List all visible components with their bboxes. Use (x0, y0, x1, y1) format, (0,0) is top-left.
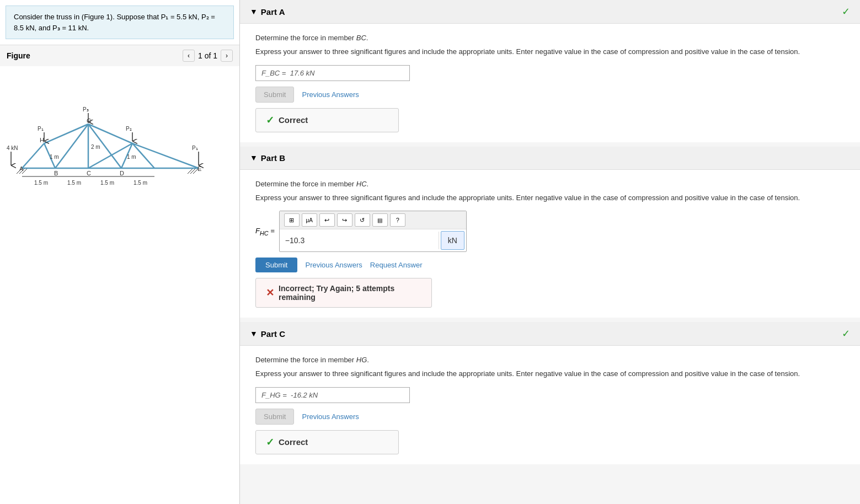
part-c-instructions: Express your answer to three significant… (255, 368, 845, 379)
svg-text:A: A (19, 165, 24, 172)
part-b-submit-row: Submit Previous Answers Request Answer (255, 258, 845, 272)
figure-page: 1 of 1 (198, 51, 217, 60)
next-figure-button[interactable]: › (221, 50, 233, 62)
part-b-determine-label: Determine the force in member HC. (255, 180, 845, 188)
figure-nav: ‹ 1 of 1 › (183, 50, 233, 62)
part-a-correct-label: Correct (279, 115, 308, 125)
part-b-toolbar: ⊞ μA ↩ ↪ ↺ ▤ ? (280, 211, 466, 229)
problem-statement: Consider the truss in (Figure 1). Suppos… (6, 6, 234, 39)
svg-text:1.5 m: 1.5 m (67, 180, 81, 186)
toolbar-btn-refresh[interactable]: ↺ (355, 213, 370, 227)
part-b-input-row: −10.3 kN (280, 229, 466, 251)
part-b-value[interactable]: −10.3 (280, 232, 439, 249)
svg-text:D: D (120, 170, 124, 176)
svg-text:P₃: P₃ (83, 106, 89, 112)
svg-text:G: G (87, 117, 92, 124)
part-a-correct-box: ✓ Correct (255, 108, 399, 132)
part-c-determine-label: Determine the force in member HG. (255, 356, 845, 364)
part-a-input[interactable] (255, 65, 410, 81)
svg-line-4 (188, 168, 193, 174)
svg-text:2 m: 2 m (91, 144, 100, 150)
svg-line-15 (132, 143, 199, 168)
part-a-instructions: Express your answer to three significant… (255, 46, 845, 57)
part-c-correct-label: Correct (279, 437, 308, 447)
part-c-submit-button[interactable]: Submit (255, 409, 294, 425)
toolbar-btn-mu[interactable]: μA (302, 213, 317, 227)
svg-text:E: E (197, 165, 201, 172)
part-a-label: Part A (261, 7, 285, 17)
part-b-unit[interactable]: kN (441, 231, 464, 250)
figure-header: Figure ‹ 1 of 1 › (0, 45, 239, 66)
part-b-label: Part B (261, 153, 285, 163)
part-c-previous-answers-link[interactable]: Previous Answers (302, 412, 359, 421)
svg-text:1 m: 1 m (50, 154, 59, 160)
figure-section: Figure ‹ 1 of 1 › (0, 45, 239, 504)
part-a-determine-label: Determine the force in member BC. (255, 34, 845, 42)
svg-text:B: B (54, 170, 58, 176)
part-a-content: Determine the force in member BC. Expres… (240, 24, 860, 142)
part-c-content: Determine the force in member HG. Expres… (240, 346, 860, 464)
part-b-submit-button[interactable]: Submit (255, 258, 297, 272)
figure-title: Figure (7, 51, 30, 60)
truss-svg: A B C D E H G 1.5 m 1.5 m 1.5 m 1.5 m 2 … (6, 77, 215, 187)
part-a-correct-icon: ✓ (266, 114, 274, 126)
svg-text:P₁: P₁ (38, 126, 44, 132)
svg-text:4 kN: 4 kN (7, 145, 18, 151)
part-c-answer-row (255, 387, 845, 403)
problem-text: Consider the truss in (Figure 1). Suppos… (14, 13, 215, 32)
part-b-instructions: Express your answer to three significant… (255, 192, 845, 203)
part-b-request-answer-link[interactable]: Request Answer (370, 261, 423, 269)
part-a-submit-row: Submit Previous Answers (255, 87, 845, 103)
figure-canvas: A B C D E H G 1.5 m 1.5 m 1.5 m 1.5 m 2 … (0, 66, 239, 504)
part-b-chevron[interactable]: ▼ (250, 153, 258, 162)
svg-line-5 (190, 168, 196, 174)
svg-text:P₂: P₂ (126, 126, 132, 132)
part-a-submit-button[interactable]: Submit (255, 87, 294, 103)
toolbar-btn-grid[interactable]: ⊞ (284, 213, 300, 227)
right-panel: ▼ Part A ✓ Determine the force in member… (240, 0, 860, 504)
svg-text:1.5 m: 1.5 m (133, 180, 147, 186)
part-b-incorrect-box: ✕ Incorrect; Try Again; 5 attempts remai… (255, 278, 432, 308)
part-a-section: ▼ Part A ✓ Determine the force in member… (240, 0, 860, 142)
part-c-label: Part C (261, 329, 285, 339)
part-a-answer-row (255, 65, 845, 81)
part-c-chevron[interactable]: ▼ (250, 329, 258, 338)
part-b-section: ▼ Part B Determine the force in member H… (240, 147, 860, 318)
part-c-checkmark: ✓ (842, 328, 850, 340)
svg-text:P₁: P₁ (192, 145, 198, 151)
svg-text:C: C (87, 170, 91, 176)
toolbar-btn-undo[interactable]: ↩ (319, 213, 335, 227)
part-b-previous-answers-link[interactable]: Previous Answers (305, 261, 362, 269)
toolbar-btn-help[interactable]: ? (390, 213, 405, 227)
part-a-previous-answers-link[interactable]: Previous Answers (302, 90, 359, 99)
part-b-math-container: ⊞ μA ↩ ↪ ↺ ▤ ? −10.3 kN (279, 211, 467, 252)
part-b-incorrect-label: Incorrect; Try Again; 5 attempts remaini… (279, 284, 421, 302)
part-b-answer-label: FHC = (255, 227, 275, 237)
part-c-input[interactable] (255, 387, 410, 403)
left-panel: Consider the truss in (Figure 1). Suppos… (0, 0, 240, 504)
svg-text:H: H (40, 137, 44, 143)
prev-figure-button[interactable]: ‹ (183, 50, 195, 62)
toolbar-btn-redo[interactable]: ↪ (337, 213, 352, 227)
part-c-correct-box: ✓ Correct (255, 430, 399, 454)
svg-text:1.5 m: 1.5 m (100, 180, 114, 186)
svg-text:1.5 m: 1.5 m (34, 180, 48, 186)
part-b-incorrect-icon: ✕ (266, 287, 274, 299)
part-a-checkmark: ✓ (842, 6, 850, 18)
svg-text:1 m: 1 m (127, 154, 136, 160)
part-c-submit-row: Submit Previous Answers (255, 409, 845, 425)
part-a-chevron[interactable]: ▼ (250, 7, 258, 16)
part-b-content: Determine the force in member HC. Expres… (240, 170, 860, 318)
toolbar-btn-keyboard[interactable]: ▤ (372, 213, 388, 227)
part-c-correct-icon: ✓ (266, 436, 274, 448)
part-c-section: ▼ Part C ✓ Determine the force in member… (240, 322, 860, 464)
svg-line-12 (22, 143, 44, 168)
